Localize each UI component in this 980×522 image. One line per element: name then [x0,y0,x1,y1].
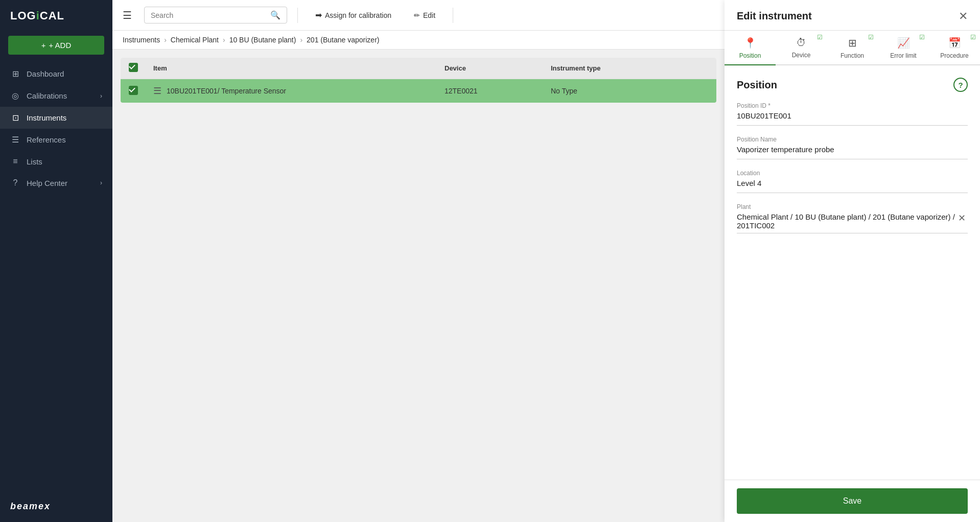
position-name-label: Position Name [737,136,968,143]
header-device: Device [445,64,547,72]
sidebar-item-lists[interactable]: ≡ Lists [0,151,112,172]
sidebar-item-label: References [27,135,66,144]
sidebar-item-instruments[interactable]: ⊡ Instruments [0,107,112,129]
plant-field-row: Chemical Plant / 10 BU (Butane plant) / … [737,212,968,233]
procedure-tab-icon: 📅 [948,37,961,49]
sidebar-item-label: Help Center [27,179,67,187]
device-tab-icon: ⏱ [796,37,806,49]
plant-label: Plant [737,203,968,210]
sidebar-item-references[interactable]: ☰ References [0,129,112,151]
position-id-label: Position ID * [737,102,968,109]
breadcrumb-butane-plant[interactable]: 10 BU (Butane plant) [229,36,296,44]
add-button-label: + ADD [49,41,71,50]
edit-button[interactable]: ✏ Edit [407,7,442,23]
plant-value: Chemical Plant / 10 BU (Butane plant) / … [737,212,956,230]
function-tab-check: ☑ [868,34,874,41]
plant-clear-button[interactable]: ✕ [956,212,968,224]
panel-title: Edit instrument [737,10,812,22]
position-name-value[interactable]: Vaporizer temperature probe [737,145,968,159]
function-tab-icon: ⊞ [848,37,857,49]
header-checkbox-col [129,63,149,74]
error-limit-tab-icon: 📈 [897,37,910,49]
instruments-table: Item Device Instrument type ☰ 10BU201TE0… [121,58,716,103]
tab-position-label: Position [739,52,761,59]
tab-function[interactable]: ☑ ⊞ Function [827,31,878,65]
dashboard-icon: ⊞ [10,69,20,79]
tab-procedure[interactable]: ☑ 📅 Procedure [929,31,980,65]
save-button[interactable]: Save [737,488,968,514]
breadcrumb-arrow-3: › [300,36,302,44]
row-checkbox-checked[interactable] [129,86,138,95]
search-icon: 🔍 [270,10,281,20]
lists-icon: ≡ [10,157,20,166]
add-button[interactable]: + + ADD [8,36,104,55]
tab-function-label: Function [841,52,864,59]
app-logo: LOGiCAL [10,9,64,22]
references-icon: ☰ [10,135,20,145]
close-button[interactable]: ✕ [959,11,968,22]
table-header: Item Device Instrument type [121,58,716,79]
toolbar-divider [297,8,298,23]
sidebar-item-calibrations[interactable]: ◎ Calibrations › [0,85,112,107]
panel-footer: Save [725,480,980,522]
sidebar-bottom: beamex [0,491,112,522]
panel-body: Position ? Position ID * 10BU201TE001 Po… [725,65,980,480]
search-input[interactable] [151,11,266,19]
sidebar-item-label: Calibrations [27,91,67,100]
panel-tabs: 📍 Position ☑ ⏱ Device ☑ ⊞ Function ☑ 📈 E… [725,31,980,65]
procedure-tab-check: ☑ [970,34,976,41]
tab-position[interactable]: 📍 Position [725,31,776,65]
chevron-right-icon: › [100,179,102,186]
row-checkbox[interactable] [129,86,149,97]
item-cell: ☰ 10BU201TE001/ Temperature Sensor [153,85,440,97]
logo-area: LOGiCAL [0,0,112,32]
location-label: Location [737,170,968,177]
content-area: Item Device Instrument type ☰ 10BU201TE0… [112,50,725,522]
position-id-value[interactable]: 10BU201TE001 [737,111,968,126]
device-cell: 12TE0021 [445,87,547,95]
sidebar-item-help[interactable]: ? Help Center › [0,172,112,194]
assign-calibration-button[interactable]: ➡ Assign for calibration [308,6,399,24]
header-instrument-type: Instrument type [551,64,653,72]
help-button[interactable]: ? [953,78,968,92]
tab-device[interactable]: ☑ ⏱ Device [776,31,827,65]
position-name-field: Position Name Vaporizer temperature prob… [737,136,968,159]
location-field: Location Level 4 [737,170,968,193]
location-value[interactable]: Level 4 [737,179,968,193]
assign-icon: ➡ [315,10,322,20]
select-all-checkbox[interactable] [129,63,138,72]
tab-error-limit[interactable]: ☑ 📈 Error limit [878,31,929,65]
sidebar-item-label: Lists [27,157,42,166]
chevron-right-icon: › [100,92,102,100]
position-section-title: Position [737,79,777,91]
breadcrumb-arrow-1: › [164,36,167,44]
table-row[interactable]: ☰ 10BU201TE001/ Temperature Sensor 12TE0… [121,79,716,103]
breadcrumb-butane-vaporizer[interactable]: 201 (Butane vaporizer) [307,36,379,44]
breadcrumb-chemical-plant[interactable]: Chemical Plant [171,36,219,44]
hamburger-icon[interactable]: ☰ [123,9,132,21]
instrument-icon: ☰ [153,85,161,97]
toolbar: ☰ 🔍 ➡ Assign for calibration ✏ Edit [112,0,725,31]
tab-procedure-label: Procedure [940,52,968,59]
breadcrumb: Instruments › Chemical Plant › 10 BU (Bu… [112,31,725,50]
edit-button-label: Edit [423,11,435,19]
add-icon: + [41,41,46,50]
breadcrumb-instruments[interactable]: Instruments [123,36,160,44]
instrument-type-cell: No Type [551,87,653,95]
beamex-logo: beamex [10,501,102,512]
tab-device-label: Device [792,52,811,59]
main-area: ☰ 🔍 ➡ Assign for calibration ✏ Edit Inst… [112,0,725,522]
error-limit-tab-check: ☑ [919,34,925,41]
sidebar-item-label: Dashboard [27,69,64,78]
search-box: 🔍 [144,7,287,23]
panel-header: Edit instrument ✕ [725,0,980,31]
position-tab-icon: 📍 [744,37,757,49]
sidebar: LOGiCAL + + ADD ⊞ Dashboard ◎ Calibratio… [0,0,112,522]
calibrations-icon: ◎ [10,91,20,101]
position-section-header: Position ? [737,78,968,92]
sidebar-item-dashboard[interactable]: ⊞ Dashboard [0,63,112,85]
breadcrumb-arrow-2: › [223,36,225,44]
instruments-icon: ⊡ [10,113,20,123]
position-id-field: Position ID * 10BU201TE001 [737,102,968,126]
edit-panel: Edit instrument ✕ 📍 Position ☑ ⏱ Device … [725,0,980,522]
